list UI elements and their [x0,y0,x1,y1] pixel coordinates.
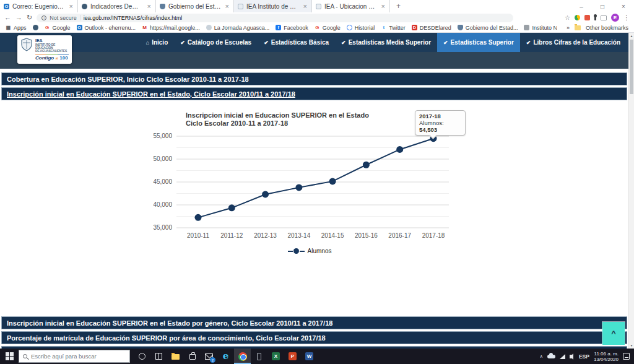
tab-close-icon[interactable]: × [69,2,74,10]
x-axis-tick: 2011-12 [220,232,243,239]
info-icon[interactable]: i [41,15,46,20]
powerpoint-button[interactable]: P [284,349,301,364]
data-point[interactable] [329,178,336,184]
mail-button[interactable]: 2 [201,349,217,364]
extension-icon[interactable] [601,15,607,20]
browser-tab[interactable]: IEA - Ubicacion Universal× [312,0,390,12]
forward-button[interactable]: → [15,14,22,21]
chrome-button[interactable] [234,349,251,364]
browser-tab[interactable]: IEA Instituto de Educación de Ag× [234,0,312,12]
file-explorer-button[interactable] [167,349,184,364]
maximize-button[interactable]: □ [592,0,613,12]
other-bookmarks-button[interactable]: Other bookmarks [586,25,628,31]
check-icon: ✔ [180,40,185,46]
iea-logo[interactable]: IEA INSTITUTO DE EDUCACIÓN DE AGUASCALIE… [17,35,72,64]
bookmark-item[interactable]: tTwitter [381,25,406,31]
menu-dots-icon[interactable]: ⋮ [623,14,630,21]
tab-close-icon[interactable]: × [303,2,308,10]
profile-avatar[interactable]: E [611,14,619,22]
bookmark-item[interactable]: GGoogle [45,25,71,31]
notification-center-icon[interactable] [623,353,630,360]
bookmark-item[interactable]: La Jornada Aguasca... [206,25,270,31]
nav-item[interactable]: ⌂Inicio [140,33,175,52]
bookmark-item[interactable]: OOutlook - eherrenu... [77,25,136,31]
section-link-cobertura[interactable]: Cobertura en Educación SUPERIOR, Inicio … [1,72,627,85]
network-icon[interactable] [560,354,565,359]
nav-item-label: Estadísticas Media Superior [349,39,431,46]
bookmark-star-icon[interactable]: ☆ [565,14,570,21]
close-button[interactable]: × [613,0,634,12]
nav-item[interactable]: ✔Catálogo de Escuelas [174,33,258,52]
bookmark-item[interactable] [33,25,38,30]
search-input[interactable] [31,353,118,360]
check-icon: ✔ [526,40,531,46]
taskbar-search[interactable] [19,350,130,363]
nav-item[interactable]: ✔Estadísticas Superior [437,33,520,52]
bookmark-item[interactable]: ▦Apps [6,25,27,31]
bookmark-item[interactable]: Instituto Nacional d... [524,25,557,31]
bookmark-item[interactable]: DDESDElared [412,25,451,31]
tab-close-icon[interactable]: × [147,2,152,10]
bookmark-item[interactable]: Mhttps://mail.google... [142,25,200,31]
extension-icon[interactable] [584,15,590,20]
nav-item[interactable]: ✔Estadísticas Media Superior [335,33,437,52]
edge-button[interactable]: e [217,349,234,364]
tab-title: IEA Instituto de Educación de Ag [246,3,300,10]
bookmarks-overflow-button[interactable]: » [567,25,570,31]
bookmark-item[interactable]: Historial [347,25,375,31]
section-link-inscripcion-estado[interactable]: Inscripción inicial en Educación SUPERIO… [1,87,627,100]
tab-close-icon[interactable]: × [225,2,230,10]
screen: OCorreo: Eugenio Herrera Nuño -×Indicado… [0,0,634,364]
minimize-button[interactable]: – [571,0,592,12]
scroll-to-top-button[interactable]: ^ [602,322,625,345]
outlook-icon: O [77,25,82,30]
extension-icon[interactable] [575,15,580,20]
data-point[interactable] [228,204,235,211]
new-tab-button[interactable]: + [390,0,407,12]
taskbar-apps: 2eXPW [134,349,318,364]
start-button[interactable] [0,349,19,364]
word-icon: W [305,352,313,360]
iea-icon [238,4,243,9]
bookmark-item[interactable]: fFacebook [276,25,308,31]
tray-chevron-up-icon[interactable]: ∧ [540,354,543,359]
back-button[interactable]: ← [4,14,11,21]
iea-crest-icon [20,38,33,51]
extension-icon[interactable] [594,15,596,20]
word-button[interactable]: W [301,349,318,364]
data-point[interactable] [195,214,202,221]
windows-taskbar: 2eXPW ∧ ESP 11:06 a. m. 13/04/2020 [0,349,634,364]
bookmark-item[interactable]: Gobierno del Estad... [458,25,518,31]
nav-item[interactable]: ✔Libros Cifras de la Educación [520,33,627,52]
browser-tab[interactable]: Gobierno del Estado de Aguasca× [156,0,234,12]
globe-icon [82,4,87,9]
clock[interactable]: 11:06 a. m. 13/04/2020 [594,351,619,362]
data-point[interactable] [396,146,403,153]
section-link-inscripcion-genero[interactable]: Inscripción inicial en Educación SUPERIO… [1,316,627,329]
browser-tab[interactable]: OCorreo: Eugenio Herrera Nuño -× [0,0,78,12]
section-link-matricula-area[interactable]: Porcentaje de matrícula de Educación SUP… [1,331,627,344]
language-indicator[interactable]: ESP [579,353,589,360]
onedrive-icon[interactable] [547,355,555,358]
volume-icon[interactable] [570,355,572,358]
bookmark-item[interactable]: GGoogle [315,25,341,31]
browser-tab[interactable]: Indicadores Demográficos de M× [78,0,156,12]
phone-button[interactable] [251,349,267,364]
reload-button[interactable]: ↻ [27,14,32,21]
cortana-button[interactable] [134,349,150,364]
page-scrollbar[interactable]: ▲ ▼ [628,33,634,349]
tab-title: Indicadores Demográficos de M [90,3,144,10]
store-button[interactable] [184,349,201,364]
nav-item[interactable]: ✔Estadísticas Básica [258,33,335,52]
scrollbar-down-arrow[interactable]: ▼ [629,342,634,349]
data-point[interactable] [363,162,370,168]
task-view-button[interactable] [150,349,167,364]
address-bar[interactable]: i Not secure iea.gob.mx/INTERNAS/cifras/… [37,14,513,22]
excel-button[interactable]: X [267,349,284,364]
chart-legend[interactable]: Alumnos [149,248,471,254]
data-point[interactable] [295,184,302,191]
tab-close-icon[interactable]: × [381,2,386,10]
scrollbar-up-arrow[interactable]: ▲ [629,33,634,39]
data-point[interactable] [262,191,269,197]
scrollbar-thumb[interactable] [630,40,633,94]
